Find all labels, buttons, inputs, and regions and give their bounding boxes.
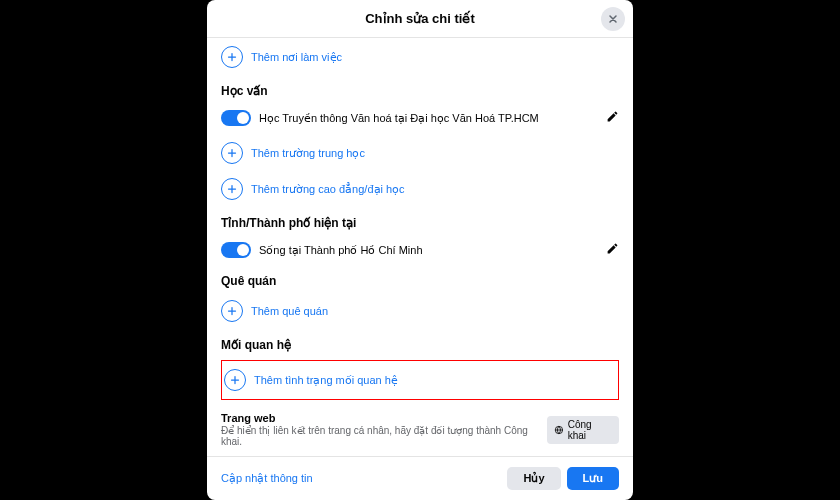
add-college-row[interactable]: Thêm trường cao đẳng/đại học <box>221 174 619 204</box>
add-relationship-label: Thêm tình trạng mối quan hệ <box>254 374 398 387</box>
edit-details-modal: Chỉnh sửa chi tiết Thêm nơi làm việc Học… <box>207 0 633 500</box>
add-college-label: Thêm trường cao đẳng/đại học <box>251 183 405 196</box>
cancel-button[interactable]: Hủy <box>507 467 560 490</box>
website-audience-label: Công khai <box>568 419 612 441</box>
pencil-icon <box>606 242 619 255</box>
plus-circle-icon <box>224 369 246 391</box>
add-relationship-row[interactable]: Thêm tình trạng mối quan hệ <box>224 365 616 395</box>
add-hometown-label: Thêm quê quán <box>251 305 328 317</box>
add-workplace-label: Thêm nơi làm việc <box>251 51 342 64</box>
plus-circle-icon <box>221 46 243 68</box>
current-city-label: Sống tại Thành phố Hồ Chí Minh <box>259 244 423 257</box>
pencil-icon <box>606 110 619 123</box>
add-highschool-row[interactable]: Thêm trường trung học <box>221 138 619 168</box>
relationship-title: Mối quan hệ <box>221 338 619 352</box>
education-title: Học vấn <box>221 84 619 98</box>
footer-actions: Hủy Lưu <box>507 467 619 490</box>
add-hometown-row[interactable]: Thêm quê quán <box>221 296 619 326</box>
current-city-toggle[interactable] <box>221 242 251 258</box>
edit-education-button[interactable] <box>606 109 619 127</box>
close-icon <box>607 13 619 25</box>
website-desc: Để hiển thị liên kết trên trang cá nhân,… <box>221 425 547 447</box>
education-entry-row: Học Truyền thông Văn hoá tại Đại học Văn… <box>221 106 619 130</box>
save-button[interactable]: Lưu <box>567 467 619 490</box>
globe-icon <box>554 425 564 435</box>
add-highschool-label: Thêm trường trung học <box>251 147 365 160</box>
plus-circle-icon <box>221 300 243 322</box>
education-entry-label: Học Truyền thông Văn hoá tại Đại học Văn… <box>259 112 539 125</box>
modal-title: Chỉnh sửa chi tiết <box>365 11 475 26</box>
current-city-row: Sống tại Thành phố Hồ Chí Minh <box>221 238 619 262</box>
current-city-title: Tỉnh/Thành phố hiện tại <box>221 216 619 230</box>
plus-circle-icon <box>221 142 243 164</box>
website-block: Trang web Để hiển thị liên kết trên tran… <box>221 412 619 447</box>
hometown-title: Quê quán <box>221 274 619 288</box>
plus-circle-icon <box>221 178 243 200</box>
modal-body[interactable]: Thêm nơi làm việc Học vấn Học Truyền thô… <box>207 38 633 456</box>
edit-city-button[interactable] <box>606 241 619 259</box>
close-button[interactable] <box>601 7 625 31</box>
modal-header: Chỉnh sửa chi tiết <box>207 0 633 38</box>
add-workplace-row[interactable]: Thêm nơi làm việc <box>221 42 619 72</box>
modal-footer: Cập nhật thông tin Hủy Lưu <box>207 456 633 500</box>
education-toggle[interactable] <box>221 110 251 126</box>
update-info-link[interactable]: Cập nhật thông tin <box>221 472 313 485</box>
website-title: Trang web <box>221 412 547 424</box>
relationship-highlight-box: Thêm tình trạng mối quan hệ <box>221 360 619 400</box>
website-audience-button[interactable]: Công khai <box>547 416 619 444</box>
